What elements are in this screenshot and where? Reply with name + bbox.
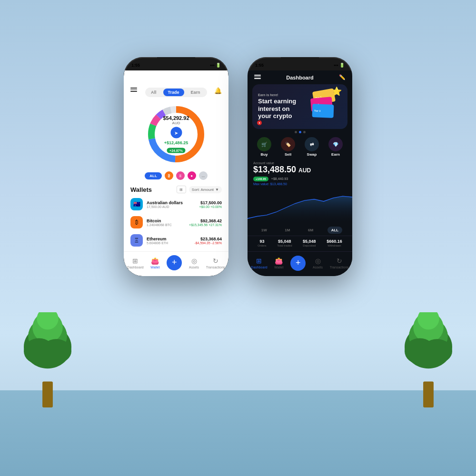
top-tabs-1: All Trade Earn	[145, 88, 207, 97]
time-6m[interactable]: 6M	[304, 227, 317, 234]
account-amount: $13,488.50 AUD	[253, 165, 347, 175]
card-blue: Tier 3	[312, 104, 334, 118]
dark-nav-wallet[interactable]: 👛 Wallet	[274, 257, 283, 269]
header-title-2: Dashboard	[261, 75, 339, 80]
portfolio-currency: AUD	[163, 121, 189, 125]
nav-assets-1[interactable]: ◎ Assets	[189, 257, 199, 269]
nav-wallet-1[interactable]: 👛 Wallet	[150, 257, 159, 269]
action-buy[interactable]: 🛒 Buy	[257, 137, 271, 157]
time-1w[interactable]: 1W	[258, 227, 271, 234]
phone2-screen: 1:55 ▪▪▪ 🔋 Dashboard ✏️ Earn is here!	[248, 57, 352, 276]
tab-earn-1[interactable]: Earn	[186, 89, 205, 96]
wallet-values-btc: $92,368.42 +$15,345.56 +27.31%	[189, 218, 222, 227]
nav-dashboard-1[interactable]: ⊞ Dashboard	[127, 257, 143, 269]
chart-svg	[248, 188, 352, 223]
dark-nav-dashboard[interactable]: ⊞ Dashboard	[251, 257, 267, 269]
filter-eth[interactable]: Ξ	[176, 171, 185, 180]
filter-btc[interactable]: ₿	[165, 171, 173, 180]
dark-nav-plus[interactable]: +	[290, 256, 306, 271]
dark-nav-assets[interactable]: ◎ Assets	[313, 257, 323, 269]
wallet-values-aud: $17,500.00 +$0.00 +0.00%	[199, 200, 222, 208]
action-swap[interactable]: ⇄ Swap	[305, 137, 319, 157]
svg-point-12	[422, 339, 452, 363]
hamburger-menu-1[interactable]	[130, 88, 137, 92]
bottom-nav-1: ⊞ Dashboard 👛 Wallet + ◎ Assets	[124, 251, 228, 276]
wallets-title: Wallets	[130, 186, 152, 193]
tree-right	[395, 312, 462, 409]
buy-icon: 🛒	[257, 137, 271, 151]
wallet-item-btc[interactable]: ₿ Bitcoin 1.24048068 BTC $92,368.42 +$15…	[124, 213, 228, 231]
stat-total-traded: $5,048 Total traded	[277, 239, 292, 247]
donut-center: $54,292.92 AUD ➤ +$12,486.25 +24.87%	[163, 115, 189, 154]
wallet-info-btc: Bitcoin 1.24048068 BTC	[147, 218, 185, 227]
stat-orders: 93 Orders	[258, 239, 266, 247]
wallet-icon-eth: Ξ	[130, 234, 143, 247]
chart-area	[248, 187, 352, 225]
account-label: Account value	[253, 161, 347, 165]
notch-2	[281, 57, 319, 68]
dot-1	[295, 131, 297, 133]
wallet-values-eth: $23,368.64 -$4,594.35 -2.56%	[194, 237, 222, 245]
plus-button-2[interactable]: +	[290, 256, 306, 271]
portfolio-amount: $54,292.92	[163, 115, 189, 121]
assets-icon-2: ◎	[315, 257, 321, 265]
earn-banner-text: Earn is here! Start earning interest on …	[258, 93, 305, 120]
dark-nav-transactions[interactable]: ↻ Transactions	[330, 257, 349, 269]
card-stack: Tier 1 Tier 2 Tier 3	[308, 90, 337, 119]
account-badges: +146.95 +$8,440.93	[253, 177, 347, 181]
time-filter: 1W 1M 6M ALL	[248, 225, 352, 236]
hamburger-menu-2[interactable]	[254, 75, 261, 80]
earn-banner-main: Start earning interest on your crypto	[258, 98, 305, 120]
wallet-item-aud[interactable]: 🇦🇺 Australian dollars 17,500.00 AUD $17,…	[124, 195, 228, 213]
tree-left	[14, 312, 81, 409]
filter-more[interactable]: ...	[199, 171, 208, 180]
stats-row: 93 Orders $5,048 Total traded $5,048 Dep…	[248, 236, 352, 250]
tab-all-1[interactable]: All	[146, 89, 161, 96]
action-sell[interactable]: 🏷️ Sell	[281, 137, 295, 157]
bottom-nav-2: ⊞ Dashboard 👛 Wallet + ◎ Assets	[248, 251, 352, 276]
svg-rect-7	[423, 381, 434, 407]
dashboard-icon-1: ⊞	[132, 257, 138, 265]
wallet-icon-btc: ₿	[130, 216, 143, 228]
wallet-item-eth[interactable]: Ξ Ethereum 5.604806 ETH $23,368.64 -$4,5…	[124, 231, 228, 249]
wallets-header: Wallets ⊞ Sort: Amount ▼	[124, 184, 228, 195]
sort-button[interactable]: Sort: Amount ▼	[189, 186, 222, 193]
swap-icon: ⇄	[305, 137, 319, 151]
dot-2-active	[299, 131, 301, 133]
notification-icon-1[interactable]: 🔔	[214, 87, 222, 94]
phone1-screen: 1:55 ▪▪▪ 🔋 🔔 All Trade Earn	[124, 57, 228, 276]
earn-icon: 💎	[328, 137, 343, 151]
earn-banner-visual: ⭐ Tier 1 Tier 2 Tier 3	[308, 90, 342, 123]
wallets-view-toggle[interactable]: ⊞	[177, 186, 186, 193]
max-value: Max value: $13,488.50	[253, 182, 347, 186]
wallet-info-aud: Australian dollars 17,500.00 AUD	[147, 200, 196, 208]
time-1m[interactable]: 1M	[281, 227, 294, 234]
svg-point-5	[41, 339, 71, 363]
wallet-icon-aud: 🇦🇺	[130, 198, 143, 210]
portfolio-profit: +$12,486.25	[163, 140, 189, 145]
action-earn[interactable]: 💎 Earn	[328, 137, 343, 157]
nav-plus-1[interactable]: +	[167, 255, 182, 271]
dot-indicators	[248, 131, 352, 133]
plus-button-1[interactable]: +	[167, 255, 182, 270]
edit-icon-2[interactable]: ✏️	[339, 74, 346, 80]
transactions-icon-1: ↻	[213, 257, 218, 265]
dark-header: Dashboard ✏️	[248, 70, 352, 82]
transactions-icon-2: ↻	[337, 257, 342, 265]
signal-icons-1: ▪▪▪ 🔋	[210, 63, 221, 68]
time-all[interactable]: ALL	[327, 227, 343, 234]
time-1: 1:55	[131, 63, 140, 68]
filter-dot[interactable]: ●	[188, 171, 196, 180]
phone1-content: 🔔 All Trade Earn	[124, 70, 228, 276]
portfolio-arrow[interactable]: ➤	[170, 127, 182, 139]
action-row: 🛒 Buy 🏷️ Sell ⇄ Swap	[248, 135, 352, 159]
portfolio-profit-pct: +24.87%	[167, 148, 186, 153]
earn-banner[interactable]: Earn is here! Start earning interest on …	[252, 84, 347, 129]
phone-1: 1:55 ▪▪▪ 🔋 🔔 All Trade Earn	[124, 57, 228, 276]
nav-transactions-1[interactable]: ↻ Transactions	[206, 257, 225, 269]
wallet-icon-nav-2: 👛	[275, 257, 283, 265]
filter-all[interactable]: ALL	[145, 172, 162, 179]
tab-trade-1[interactable]: Trade	[163, 89, 184, 96]
badge-amount: +$8,440.93	[271, 177, 288, 180]
time-2: 1:55	[255, 63, 264, 68]
